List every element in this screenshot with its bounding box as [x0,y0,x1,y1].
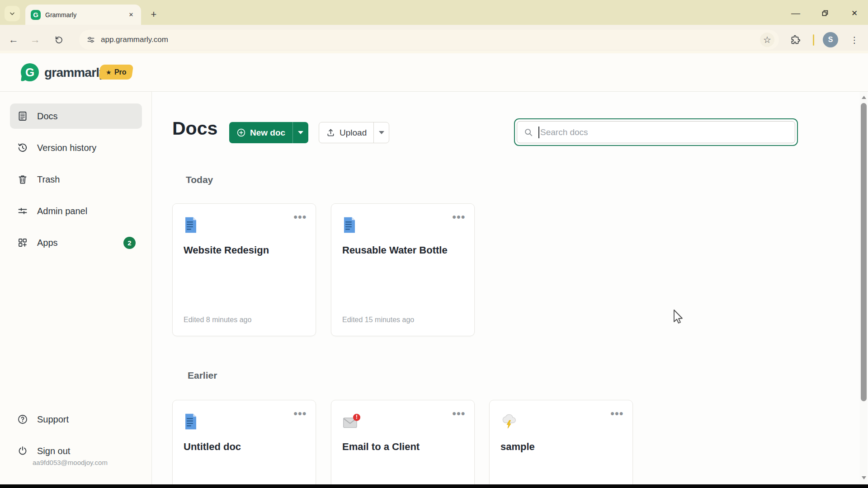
upload-main[interactable]: Upload [319,122,373,143]
scrollbar-thumb[interactable] [861,103,867,401]
help-circle-icon [17,414,28,425]
card-more-menu-icon[interactable]: ••• [451,210,467,224]
doc-card-untitled-doc[interactable]: ••• Untitled doc [172,400,316,484]
sidebar-item-label: Apps [37,238,58,248]
new-doc-main[interactable]: New doc [229,122,292,143]
search-input[interactable] [538,127,788,138]
star-icon: ★ [106,69,112,76]
plus-circle-icon [236,128,246,137]
back-button[interactable]: ← [5,32,22,48]
upload-button[interactable]: Upload [319,122,389,143]
sign-out-label: Sign out [37,446,70,456]
new-doc-button[interactable]: New doc [229,122,308,143]
support-label: Support [37,414,69,425]
reload-button[interactable] [51,32,67,48]
new-tab-button[interactable]: + [147,8,160,21]
browser-profile-avatar[interactable]: S [823,32,838,47]
apps-grid-icon [17,237,28,248]
extensions-button[interactable] [788,32,804,48]
page-title: Docs [172,118,217,139]
new-doc-label: New doc [250,128,285,138]
sidebar-item-apps[interactable]: Apps 2 [10,230,142,255]
blue-doc-icon [184,216,198,234]
svg-text:!: ! [356,414,358,420]
sidebar-item-label: Version history [37,143,96,153]
bookmark-star-icon[interactable]: ☆ [760,33,774,47]
trash-icon [17,174,28,185]
doc-card-website-redesign[interactable]: ••• Website Redesign Edited 8 minutes ag… [172,203,316,336]
card-more-menu-icon[interactable]: ••• [292,210,308,224]
toolbar-separator [813,34,814,46]
tab-close-icon[interactable]: ✕ [127,10,136,19]
history-icon [17,142,28,153]
chevron-down-icon [9,10,15,17]
section-label-today: Today [186,174,213,185]
window-close-button[interactable]: ✕ [848,6,861,20]
card-more-menu-icon[interactable]: ••• [451,407,467,420]
chevron-down-icon [298,131,303,134]
sidebar-item-docs[interactable]: Docs [10,103,142,129]
page-scrollbar[interactable] [860,92,868,484]
address-bar[interactable]: app.grammarly.com ☆ [79,30,779,50]
power-icon [17,446,28,456]
restore-icon [821,9,829,17]
sidebar-item-label: Docs [37,111,58,122]
grammarly-favicon-icon: G [31,10,41,20]
grammarly-logo-icon[interactable]: G [21,63,39,81]
sidebar-item-support[interactable]: Support [10,407,142,432]
card-more-menu-icon[interactable]: ••• [609,407,625,420]
tab-title: Grammarly [45,11,122,19]
card-edited-meta: Edited 8 minutes ago [184,316,251,324]
site-settings-tune-icon[interactable] [86,35,95,44]
reload-icon [54,35,64,45]
url-text[interactable]: app.grammarly.com [101,35,755,44]
search-box [514,118,798,146]
grammarly-wordmark: grammarly [44,66,106,80]
scroll-down-arrow[interactable] [860,474,868,482]
pro-badge: ★ Pro [99,65,134,80]
browser-menu-icon[interactable]: ⋮ [847,32,862,48]
card-title: Reusable Water Bottle [342,244,448,256]
sidebar-item-version-history[interactable]: Version history [10,135,142,160]
sidebar-item-label: Admin panel [37,206,87,216]
scroll-up-arrow[interactable] [860,94,868,101]
upload-label: Upload [340,128,367,138]
search-icon [524,127,533,137]
card-title: Email to a Client [342,441,420,453]
tabstrip-chevron-button[interactable] [5,6,20,21]
new-doc-dropdown-button[interactable] [292,122,308,143]
upload-dropdown-button[interactable] [373,122,389,143]
card-edited-meta: Edited 15 minutes ago [342,316,414,324]
browser-tabstrip: G Grammarly ✕ + — ✕ [0,0,868,25]
blue-doc-icon [184,413,198,430]
account-email: aa9fd053@moodjoy.com [33,459,108,466]
sidebar-item-admin-panel[interactable]: Admin panel [10,198,142,224]
cloud-bolt-icon [500,413,518,430]
screen-edge-bar [0,484,868,488]
card-title: sample [500,441,535,453]
card-title: Untitled doc [184,441,241,453]
window-minimize-button[interactable]: — [789,6,802,20]
email-alert-icon: ! [342,413,360,430]
docs-icon [17,111,28,122]
sidebar-item-trash[interactable]: Trash [10,167,142,192]
sidebar-item-label: Trash [37,174,60,185]
doc-card-sample[interactable]: ••• sample [489,400,633,484]
blue-doc-icon [342,216,357,234]
main-content: Docs New doc Upload Today ••• Website Re… [152,92,861,484]
forward-button[interactable]: → [27,32,43,48]
doc-card-email-to-a-client[interactable]: ! ••• Email to a Client [331,400,475,484]
mouse-cursor [670,308,684,327]
section-label-earlier: Earlier [188,370,217,381]
chevron-down-icon [379,131,384,134]
sliders-icon [17,206,28,216]
upload-icon [326,128,335,137]
sidebar: Docs Version history Trash Admin panel A… [0,92,152,484]
apps-count-badge: 2 [123,237,136,249]
browser-tab-grammarly[interactable]: G Grammarly ✕ [25,5,141,25]
doc-card-reusable-water-bottle[interactable]: ••• Reusable Water Bottle Edited 15 minu… [331,203,475,336]
card-more-menu-icon[interactable]: ••• [292,407,308,420]
puzzle-icon [791,35,801,45]
window-restore-button[interactable] [818,6,832,20]
card-title: Website Redesign [184,244,269,256]
